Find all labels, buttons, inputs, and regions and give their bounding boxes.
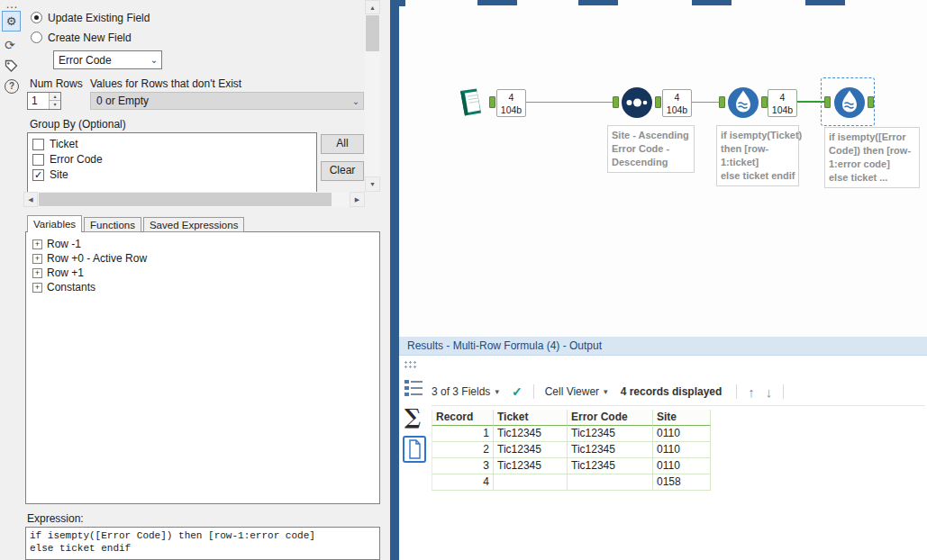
radio-create-new-field[interactable]: [31, 32, 42, 43]
expression-editor[interactable]: if isempty([Error Code]) then [row-1:err…: [25, 527, 380, 560]
output-anchor[interactable]: [655, 96, 661, 108]
spin-up-button[interactable]: ▴: [49, 93, 60, 101]
apply-check-icon[interactable]: ✓: [512, 384, 523, 399]
scroll-thumb[interactable]: [366, 15, 379, 51]
tree-item-constants[interactable]: + Constants: [32, 281, 95, 294]
table-row-2[interactable]: 2 Tic12345 Tic12345 0110: [432, 442, 711, 458]
multi-row-formula-tool-3[interactable]: [726, 86, 760, 120]
column-header-error-code[interactable]: Error Code: [568, 410, 653, 426]
scroll-down-button[interactable]: ▼: [365, 176, 380, 192]
connection-line[interactable]: [526, 102, 613, 103]
drag-grip[interactable]: [404, 360, 418, 369]
tree-item-row-plus-1[interactable]: + Row +1: [32, 266, 84, 279]
input-data-tool[interactable]: [454, 86, 488, 120]
input-anchor[interactable]: [824, 96, 831, 108]
output-anchor[interactable]: [868, 96, 874, 108]
tab-variables[interactable]: Variables: [27, 215, 82, 232]
table-row-1[interactable]: 1 Tic12345 Tic12345 0110: [432, 426, 711, 442]
config-vertical-scrollbar[interactable]: ▲ ▼: [365, 0, 380, 192]
output-anchor[interactable]: [489, 96, 495, 108]
results-table: Record Ticket Error Code Site 1 Tic12345…: [432, 410, 711, 491]
input-anchor[interactable]: [719, 96, 725, 108]
results-header[interactable]: Results - Multi-Row Formula (4) - Output: [399, 337, 927, 356]
checkbox-unchecked[interactable]: [32, 154, 44, 166]
config-horizontal-scrollbar[interactable]: ◀ ▶: [23, 192, 365, 207]
checkbox-unchecked[interactable]: [32, 139, 44, 150]
sort-tool[interactable]: [620, 86, 654, 120]
fields-dropdown[interactable]: 3 of 3 Fields ▾: [432, 385, 499, 398]
multi-row-formula-tool-4[interactable]: [832, 86, 867, 120]
clear-button[interactable]: Clear: [321, 161, 364, 181]
workflow-canvas[interactable]: 4 104b 4 104b: [399, 0, 927, 337]
annotation-line: else ticket ...: [829, 171, 915, 185]
expander-icon[interactable]: +: [32, 239, 42, 249]
arrow-up-icon[interactable]: ↑: [748, 384, 755, 400]
connection-progress-1[interactable]: 4 104b: [496, 89, 526, 117]
record-count: 4: [497, 91, 525, 104]
connection-progress-2[interactable]: 4 104b: [662, 89, 692, 117]
expander-icon[interactable]: +: [32, 268, 42, 278]
column-header-ticket[interactable]: Ticket: [494, 410, 568, 426]
tag-icon[interactable]: [5, 59, 18, 73]
cell-error-code[interactable]: Tic12345: [568, 442, 653, 458]
formula-annotation-3[interactable]: if isempty(Ticket) then [row- 1:ticket] …: [716, 125, 799, 186]
table-row-3[interactable]: 3 Tic12345 Tic12345 0110: [432, 458, 711, 474]
tree-item-label: Row +1: [47, 266, 84, 279]
connection-progress-3[interactable]: 4 104b: [768, 89, 797, 117]
results-grid-icon[interactable]: [404, 378, 425, 402]
column-header-record[interactable]: Record: [432, 410, 494, 426]
group-by-item-error-code[interactable]: Error Code: [32, 152, 103, 167]
cell-ticket[interactable]: Tic12345: [494, 426, 568, 442]
expression-line-1: if isempty([Error Code]) then [row-1:err…: [30, 529, 376, 542]
help-icon[interactable]: ?: [5, 79, 19, 94]
expander-icon[interactable]: +: [32, 254, 42, 264]
values-dropdown[interactable]: 0 or Empty ⌄: [90, 92, 364, 110]
expander-icon[interactable]: +: [32, 283, 42, 293]
sort-annotation[interactable]: Site - Ascending Error Code - Descending: [607, 125, 695, 173]
cell-ticket[interactable]: [494, 474, 568, 491]
configuration-gear-icon[interactable]: ⚙: [2, 11, 21, 32]
tree-item-row-minus-1[interactable]: + Row -1: [32, 238, 81, 250]
results-panel: Results - Multi-Row Formula (4) - Output…: [399, 337, 927, 560]
cell-ticket[interactable]: Tic12345: [494, 442, 568, 458]
group-by-item-ticket[interactable]: Ticket: [32, 137, 78, 151]
cell-site[interactable]: 0110: [653, 426, 711, 442]
spin-down-button[interactable]: ▾: [49, 101, 60, 109]
output-anchor[interactable]: [761, 96, 768, 108]
scroll-left-button[interactable]: ◀: [23, 192, 38, 207]
num-rows-input[interactable]: 1 ▴ ▾: [27, 92, 61, 110]
metadata-page-icon[interactable]: [403, 436, 426, 463]
cell-site[interactable]: 0158: [653, 474, 711, 491]
summary-sigma-icon[interactable]: ∑: [404, 403, 421, 430]
cell-site[interactable]: 0110: [653, 458, 711, 474]
tab-functions[interactable]: Functions: [84, 217, 141, 232]
scroll-up-button[interactable]: ▲: [365, 0, 380, 14]
cell-ticket[interactable]: Tic12345: [494, 458, 568, 474]
cell-error-code[interactable]: [568, 474, 653, 491]
input-anchor[interactable]: [613, 96, 619, 108]
panel-splitter[interactable]: [390, 0, 399, 560]
cell-viewer-dropdown[interactable]: Cell Viewer ▾: [545, 385, 608, 398]
cell-error-code[interactable]: Tic12345: [568, 426, 653, 442]
group-by-item-site[interactable]: ✓ Site: [32, 167, 68, 182]
annotation-line: Descending: [612, 156, 690, 169]
sync-icon[interactable]: ⟳: [5, 38, 15, 52]
group-by-label: Group By (Optional): [30, 118, 126, 131]
connection-line[interactable]: [692, 102, 719, 103]
scroll-thumb[interactable]: [39, 193, 332, 206]
num-rows-value: 1: [32, 95, 38, 107]
scroll-right-button[interactable]: ▶: [350, 192, 365, 207]
overflow-dots-icon[interactable]: …: [5, 0, 18, 11]
checkbox-checked[interactable]: ✓: [32, 169, 44, 181]
column-header-site[interactable]: Site: [653, 410, 711, 426]
field-dropdown[interactable]: Error Code ⌄: [53, 50, 162, 69]
cell-site[interactable]: 0110: [653, 442, 711, 458]
table-row-4[interactable]: 4 0158: [432, 474, 711, 491]
all-button[interactable]: All: [321, 134, 364, 154]
radio-update-existing-field[interactable]: [31, 12, 42, 23]
tab-saved-expressions[interactable]: Saved Expressions: [143, 217, 244, 232]
formula-annotation-4[interactable]: if isempty([Error Code]) then [row- 1:er…: [824, 127, 920, 188]
arrow-down-icon[interactable]: ↓: [766, 384, 773, 400]
cell-error-code[interactable]: Tic12345: [568, 458, 653, 474]
tree-item-row-0-active[interactable]: + Row +0 - Active Row: [32, 252, 147, 265]
